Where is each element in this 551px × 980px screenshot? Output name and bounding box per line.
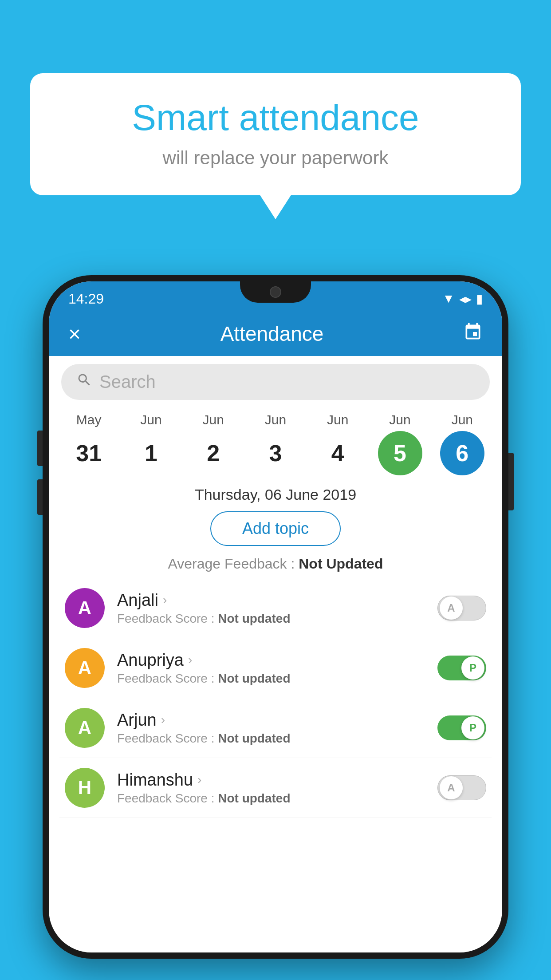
side-button-right	[508, 453, 514, 510]
signal-icon: ◂▸	[459, 292, 472, 306]
chevron-icon: ›	[163, 593, 167, 607]
student-name: Anupriya ›	[117, 651, 425, 670]
avatar: H	[65, 768, 105, 808]
search-icon	[76, 372, 92, 392]
selected-date-label: Thursday, 06 June 2019	[49, 482, 502, 511]
attendance-toggle[interactable]: A	[437, 775, 486, 800]
cal-month-label: Jun	[452, 412, 473, 427]
toggle-knob: P	[461, 656, 484, 680]
wifi-icon: ▼	[442, 292, 455, 306]
student-feedback: Feedback Score : Not updated	[117, 731, 425, 746]
speech-bubble: Smart attendance will replace your paper…	[30, 73, 521, 195]
avatar: A	[65, 588, 105, 628]
student-item[interactable]: AAnupriya ›Feedback Score : Not updatedP	[59, 638, 492, 698]
add-topic-button[interactable]: Add topic	[210, 511, 341, 546]
camera-notch	[270, 286, 281, 298]
toggle-knob: P	[461, 716, 484, 739]
student-info: Arjun ›Feedback Score : Not updated	[117, 711, 425, 746]
close-button[interactable]: ×	[68, 322, 81, 346]
battery-icon: ▮	[476, 292, 483, 306]
status-time: 14:29	[68, 291, 104, 307]
student-list: AAnjali ›Feedback Score : Not updatedAAA…	[49, 578, 502, 818]
phone-outer: 14:29 ▼ ◂▸ ▮ × Attendance	[43, 275, 508, 959]
student-item[interactable]: HHimanshu ›Feedback Score : Not updatedA	[59, 758, 492, 818]
side-button-left-top	[37, 431, 43, 466]
calendar-day-2[interactable]: Jun1	[124, 412, 177, 475]
cal-date-number: 31	[67, 431, 111, 475]
calendar-day-4[interactable]: Jun3	[249, 412, 302, 475]
student-item[interactable]: AAnjali ›Feedback Score : Not updatedA	[59, 578, 492, 638]
cal-month-label: Jun	[265, 412, 286, 427]
cal-date-number: 6	[440, 431, 484, 475]
chevron-icon: ›	[197, 773, 201, 787]
cal-month-label: Jun	[203, 412, 224, 427]
cal-date-number: 2	[191, 431, 236, 475]
speech-bubble-subtitle: will replace your paperwork	[57, 147, 494, 169]
student-feedback: Feedback Score : Not updated	[117, 791, 425, 806]
avatar: A	[65, 648, 105, 688]
avatar: A	[65, 708, 105, 748]
student-name: Himanshu ›	[117, 771, 425, 790]
student-info: Anjali ›Feedback Score : Not updated	[117, 591, 425, 626]
speech-bubble-title: Smart attendance	[57, 98, 494, 138]
cal-date-number: 4	[315, 431, 360, 475]
cal-month-label: Jun	[140, 412, 161, 427]
calendar-day-3[interactable]: Jun2	[187, 412, 240, 475]
cal-date-number: 5	[378, 431, 422, 475]
student-item[interactable]: AArjun ›Feedback Score : Not updatedP	[59, 698, 492, 758]
phone-wrapper: 14:29 ▼ ◂▸ ▮ × Attendance	[43, 275, 508, 959]
search-bar[interactable]: Search	[61, 364, 490, 400]
student-name: Arjun ›	[117, 711, 425, 730]
status-icons: ▼ ◂▸ ▮	[442, 292, 483, 306]
toggle-knob: A	[440, 597, 463, 620]
phone-notch	[240, 281, 311, 303]
student-feedback: Feedback Score : Not updated	[117, 612, 425, 626]
calendar-day-6[interactable]: Jun5	[374, 412, 427, 475]
toggle-knob: A	[440, 776, 463, 799]
average-feedback: Average Feedback : Not Updated	[49, 556, 502, 572]
phone-screen: 14:29 ▼ ◂▸ ▮ × Attendance	[49, 281, 502, 952]
cal-date-number: 3	[253, 431, 298, 475]
calendar-day-7[interactable]: Jun6	[436, 412, 489, 475]
calendar-day-5[interactable]: Jun4	[311, 412, 364, 475]
student-info: Anupriya ›Feedback Score : Not updated	[117, 651, 425, 686]
search-input[interactable]: Search	[99, 372, 156, 392]
student-name: Anjali ›	[117, 591, 425, 610]
side-button-left-bottom	[37, 479, 43, 515]
cal-month-label: Jun	[327, 412, 348, 427]
page-title: Attendance	[220, 322, 324, 346]
attendance-toggle[interactable]: P	[437, 656, 486, 680]
chevron-icon: ›	[161, 713, 165, 727]
student-feedback: Feedback Score : Not updated	[117, 672, 425, 686]
attendance-toggle[interactable]: P	[437, 715, 486, 740]
attendance-toggle[interactable]: A	[437, 596, 486, 620]
cal-month-label: Jun	[389, 412, 410, 427]
calendar-icon[interactable]	[463, 322, 483, 346]
cal-month-label: May	[76, 412, 102, 427]
student-info: Himanshu ›Feedback Score : Not updated	[117, 771, 425, 806]
chevron-icon: ›	[188, 653, 192, 667]
cal-date-number: 1	[129, 431, 173, 475]
app-header: × Attendance	[49, 312, 502, 356]
calendar-day-1[interactable]: May31	[62, 412, 115, 475]
calendar-strip: May31Jun1Jun2Jun3Jun4Jun5Jun6	[49, 408, 502, 482]
